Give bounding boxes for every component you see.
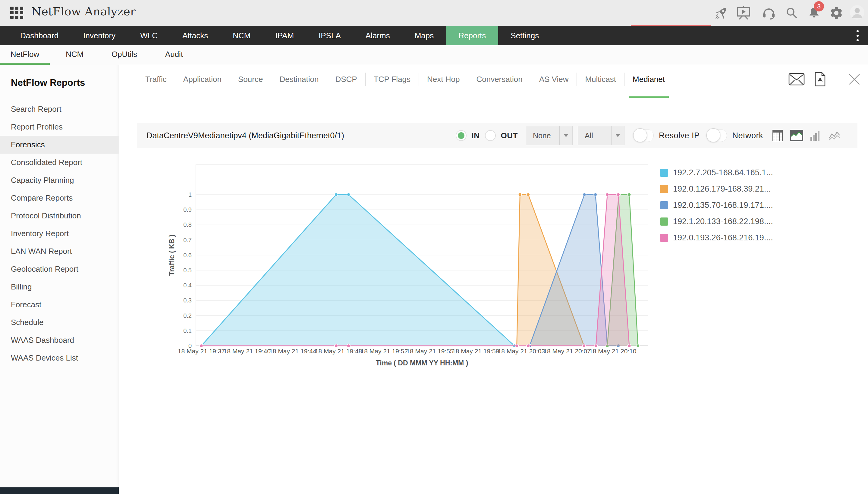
- subnav-item-oputils[interactable]: OpUtils: [99, 45, 149, 65]
- series-marker-192-0-193-26-168-216-19: [627, 344, 631, 348]
- nav-overflow-kebab-icon[interactable]: [847, 26, 868, 45]
- y-tick-label: 0.5: [183, 267, 192, 273]
- sidebar-item-forensics[interactable]: Forensics: [0, 136, 119, 154]
- legend-item-192-2-7-205-168-64-165-1[interactable]: 192.2.7.205-168.64.165.1...: [660, 165, 773, 181]
- tab-dscp[interactable]: DSCP: [327, 73, 365, 86]
- bar-chart-icon[interactable]: [809, 129, 823, 142]
- sidebar-title: NetFlow Reports: [11, 77, 85, 88]
- tab-source[interactable]: Source: [230, 73, 271, 86]
- tab-destination[interactable]: Destination: [271, 73, 327, 86]
- legend-item-192-0-193-26-168-216-19[interactable]: 192.0.193.26-168.216.19....: [660, 230, 773, 246]
- sidebar-item-report-profiles[interactable]: Report Profiles: [0, 118, 119, 136]
- app-title: NetFlow Analyzer: [31, 5, 136, 18]
- series-marker-192-0-193-26-168-216-19: [582, 344, 586, 348]
- legend-label: 192.0.126.179-168.39.21...: [673, 184, 771, 194]
- nav-item-wlc[interactable]: WLC: [128, 26, 170, 45]
- tab-medianet[interactable]: Medianet: [624, 73, 673, 86]
- tab-traffic[interactable]: Traffic: [137, 73, 175, 86]
- y-axis-title: Traffic ( KB ): [168, 235, 176, 276]
- x-tick-label: 18 May 21 20:10: [589, 348, 636, 355]
- sidebar-item-forecast[interactable]: Forecast: [0, 296, 119, 314]
- sidebar-item-schedule[interactable]: Schedule: [0, 314, 119, 331]
- series-marker-192-0-193-26-168-216-19: [335, 344, 338, 348]
- main-navbar: DashboardInventoryWLCAttacksNCMIPAMIPSLA…: [0, 26, 868, 45]
- nav-item-attacks[interactable]: Attacks: [170, 26, 220, 45]
- table-view-icon[interactable]: [771, 129, 784, 142]
- series-marker-192-0-126-179-168-39-21: [518, 193, 522, 196]
- sidebar-item-consolidated-report[interactable]: Consolidated Report: [0, 154, 119, 171]
- sidebar-item-inventory-report[interactable]: Inventory Report: [0, 225, 119, 243]
- nav-item-dashboard[interactable]: Dashboard: [8, 26, 71, 45]
- x-tick-label: 18 May 21 19:48: [315, 348, 362, 355]
- series-marker-192-0-193-26-168-216-19: [347, 344, 350, 348]
- nav-item-ipam[interactable]: IPAM: [263, 26, 306, 45]
- y-tick-label: 0.2: [183, 312, 192, 319]
- series-marker-192-1-20-133-168-22-198: [627, 193, 631, 196]
- tab-application[interactable]: Application: [175, 73, 230, 86]
- line-chart-icon[interactable]: [828, 129, 842, 142]
- nav-item-reports[interactable]: Reports: [446, 26, 498, 45]
- area-chart-selected-icon[interactable]: [790, 129, 804, 142]
- search-icon[interactable]: [784, 5, 799, 20]
- y-tick-label: 0.1: [183, 327, 192, 334]
- series-marker-192-0-135-70-168-19-171: [594, 193, 597, 196]
- sidebar-item-billing[interactable]: Billing: [0, 278, 119, 296]
- headset-icon[interactable]: [761, 5, 776, 20]
- series-marker-192-2-7-205-168-64-165-1: [335, 193, 338, 196]
- sidebar-item-waas-dashboard[interactable]: WAAS Dashboard: [0, 331, 119, 349]
- subnav-item-audit[interactable]: Audit: [149, 45, 199, 65]
- legend-label: 192.1.20.133-168.22.198....: [673, 217, 773, 226]
- legend-item-192-0-135-70-168-19-171[interactable]: 192.0.135.70-168.19.171....: [660, 197, 773, 213]
- series-marker-192-0-135-70-168-19-171: [583, 193, 586, 196]
- sidebar-item-protocol-distribution[interactable]: Protocol Distribution: [0, 207, 119, 225]
- sidebar-item-capacity-planning[interactable]: Capacity Planning: [0, 171, 119, 189]
- y-tick-label: 0.6: [183, 252, 192, 259]
- avatar[interactable]: [850, 5, 864, 20]
- legend-swatch: [660, 169, 668, 177]
- notification-badge: 3: [814, 1, 824, 12]
- series-marker-192-0-193-26-168-216-19: [617, 193, 620, 196]
- mail-export-icon[interactable]: [789, 72, 805, 87]
- nav-item-ipsla[interactable]: IPSLA: [306, 26, 353, 45]
- series-marker-192-0-193-26-168-216-19: [594, 344, 598, 348]
- series-marker-192-0-193-26-168-216-19: [606, 193, 609, 196]
- nav-item-alarms[interactable]: Alarms: [353, 26, 402, 45]
- y-tick-label: 0.8: [183, 222, 192, 228]
- gear-icon[interactable]: [829, 5, 844, 20]
- sidebar-item-search-report[interactable]: Search Report: [0, 100, 119, 118]
- network-toggle[interactable]: [707, 129, 727, 142]
- sidebar-item-lan-wan-report[interactable]: LAN WAN Report: [0, 243, 119, 260]
- subnav-item-netflow[interactable]: NetFlow: [0, 45, 50, 65]
- sidebar-item-geolocation-report[interactable]: Geolocation Report: [0, 260, 119, 278]
- sidebar-items: Search ReportReport ProfilesForensicsCon…: [0, 100, 119, 367]
- tab-conversation[interactable]: Conversation: [468, 73, 531, 86]
- y-tick-label: 1: [188, 191, 192, 198]
- legend-label: 192.0.135.70-168.19.171....: [673, 201, 773, 210]
- nav-item-inventory[interactable]: Inventory: [71, 26, 128, 45]
- sidebar-item-compare-reports[interactable]: Compare Reports: [0, 189, 119, 207]
- x-tick-label: 18 May 21 19:44: [269, 348, 316, 355]
- pdf-export-icon[interactable]: [812, 72, 828, 87]
- tab-as-view[interactable]: AS View: [531, 73, 577, 86]
- legend-swatch: [660, 201, 668, 209]
- rocket-icon[interactable]: [714, 5, 729, 20]
- subnav-item-ncm[interactable]: NCM: [50, 45, 99, 65]
- nav-item-settings[interactable]: Settings: [498, 26, 551, 45]
- app-launcher-grid-icon[interactable]: [10, 7, 24, 20]
- sidebar-item-waas-devices-list[interactable]: WAAS Devices List: [0, 349, 119, 367]
- tab-multicast[interactable]: Multicast: [576, 73, 624, 86]
- y-tick-label: 0.9: [183, 206, 192, 213]
- series-marker-192-0-193-26-168-216-19: [527, 344, 530, 348]
- nav-item-maps[interactable]: Maps: [402, 26, 446, 45]
- legend-swatch: [660, 234, 668, 242]
- series-marker-192-1-20-133-168-22-198: [636, 344, 640, 348]
- y-tick-label: 0.3: [183, 297, 192, 304]
- close-icon[interactable]: [846, 72, 863, 87]
- nav-item-ncm[interactable]: NCM: [220, 26, 263, 45]
- x-tick-label: 18 May 21 20:07: [543, 348, 590, 355]
- legend-item-192-1-20-133-168-22-198[interactable]: 192.1.20.133-168.22.198....: [660, 213, 773, 230]
- tab-tcp-flags[interactable]: TCP Flags: [365, 73, 419, 86]
- presentation-play-icon[interactable]: [736, 5, 751, 20]
- legend-item-192-0-126-179-168-39-21[interactable]: 192.0.126.179-168.39.21...: [660, 181, 773, 197]
- tab-next-hop[interactable]: Next Hop: [419, 73, 468, 86]
